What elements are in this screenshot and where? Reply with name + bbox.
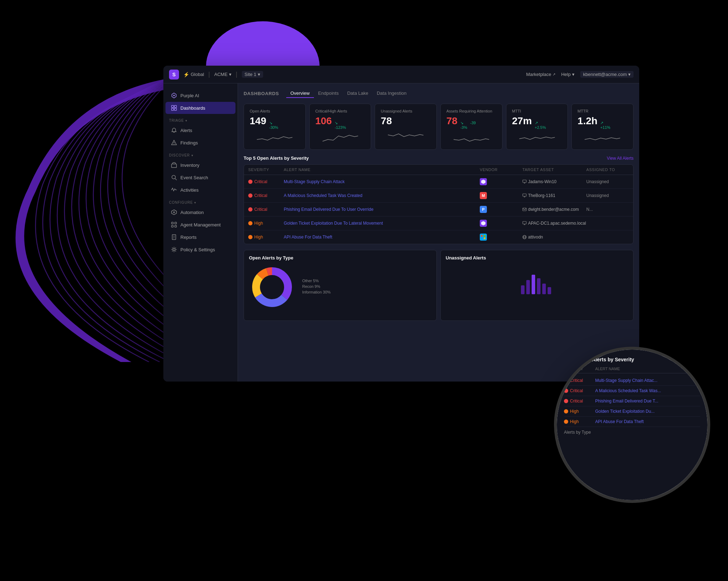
zoom-severity: High bbox=[564, 419, 592, 424]
automation-icon bbox=[171, 209, 177, 215]
dashboards-icon bbox=[171, 105, 177, 111]
donut-chart bbox=[249, 264, 295, 310]
svg-rect-4 bbox=[172, 108, 174, 110]
sidebar: Purple AI Dashboards TRIAGE ▾ bbox=[163, 83, 238, 382]
zoom-table-row: High API Abuse For Data Theft bbox=[564, 417, 700, 427]
top-nav: S ⚡ Global | ACME ▾ | Site 1 ▾ Marketpla… bbox=[163, 66, 639, 83]
severity-dot bbox=[248, 221, 252, 225]
nav-marketplace[interactable]: Marketplace ↗ bbox=[526, 72, 555, 77]
zoom-table-row: Critical Phishing Email Delivered Due T.… bbox=[564, 396, 700, 406]
assets-secondary: -39 bbox=[470, 121, 476, 125]
tab-data-lake[interactable]: Data Lake bbox=[343, 89, 373, 98]
findings-icon bbox=[171, 140, 177, 146]
dashboards-header: DASHBOARDS Overview Endpoints Data Lake … bbox=[244, 89, 634, 98]
unassigned-value: 78 bbox=[381, 115, 392, 127]
severity-dot bbox=[248, 193, 252, 198]
table-row: Critical Phishing Email Delivered Due To… bbox=[244, 203, 633, 216]
metric-cards: Open Alerts 149 ↘ -30% Critical/High Ale… bbox=[244, 104, 634, 150]
alert-name-link[interactable]: Golden Ticket Exploitation Due To Latera… bbox=[284, 221, 480, 226]
col-target-asset: Target Asset bbox=[522, 168, 586, 172]
assigned-to: N... bbox=[586, 207, 629, 212]
zoom-severity: Critical bbox=[564, 388, 592, 393]
nav-help[interactable]: Help ▾ bbox=[561, 72, 575, 77]
vendor-icon bbox=[480, 178, 487, 185]
alert-name-link[interactable]: API Abuse For Data Theft bbox=[284, 235, 480, 240]
view-all-alerts-link[interactable]: View All Alerts bbox=[607, 156, 634, 161]
sidebar-item-purple-ai[interactable]: Purple AI bbox=[165, 89, 235, 102]
critical-high-sparkline bbox=[315, 132, 365, 143]
sidebar-item-policy-settings[interactable]: Policy & Settings bbox=[165, 243, 235, 256]
col-assigned-to: Assigned To bbox=[586, 168, 629, 172]
col-vendor: Vendor bbox=[480, 168, 522, 172]
svg-rect-46 bbox=[532, 275, 535, 294]
alert-name-link[interactable]: Multi-Stage Supply Chain Attack bbox=[284, 179, 480, 184]
nav-site[interactable]: Site 1 ▾ bbox=[242, 71, 263, 78]
label-other: Other 5% bbox=[302, 279, 431, 283]
globe-icon bbox=[522, 235, 527, 239]
target-asset: TheBorg-1161 bbox=[522, 193, 586, 198]
svg-marker-31 bbox=[481, 221, 485, 225]
sidebar-item-event-search[interactable]: Event Search bbox=[165, 171, 235, 183]
severity-badge: Critical bbox=[248, 179, 284, 184]
vendor-cell bbox=[480, 220, 522, 227]
mtti-sparkline bbox=[512, 132, 562, 143]
chart-labels: Other 5% Recon 9% Information 30% bbox=[302, 279, 431, 296]
svg-rect-27 bbox=[523, 194, 526, 196]
sidebar-item-automation[interactable]: Automation bbox=[165, 206, 235, 218]
agent-management-icon bbox=[171, 222, 177, 228]
sidebar-item-findings[interactable]: Findings bbox=[165, 137, 235, 149]
zoom-alert-name[interactable]: A Malicious Scheduled Task Was... bbox=[595, 388, 700, 393]
mttr-label: MTTR bbox=[577, 109, 628, 113]
col-alert-name: Alert Name bbox=[284, 168, 480, 172]
sidebar-item-reports[interactable]: Reports bbox=[165, 231, 235, 243]
donut-chart-container: Other 5% Recon 9% Information 30% bbox=[249, 264, 431, 310]
sidebar-item-agent-management[interactable]: Agent Management bbox=[165, 219, 235, 231]
vendor-cell bbox=[480, 178, 522, 185]
tab-endpoints[interactable]: Endpoints bbox=[314, 89, 343, 98]
zoom-alert-name[interactable]: Golden Ticket Exploitation Du... bbox=[595, 409, 700, 414]
zoom-alert-name[interactable]: API Abuse For Data Theft bbox=[595, 419, 700, 424]
sidebar-item-activities[interactable]: Activities bbox=[165, 184, 235, 196]
svg-line-10 bbox=[175, 179, 176, 180]
alerts-table: Severity Alert Name Vendor Target Asset … bbox=[244, 164, 634, 244]
sidebar-item-inventory[interactable]: Inventory bbox=[165, 159, 235, 171]
mttr-value: 1.2h bbox=[577, 115, 597, 127]
nav-global[interactable]: ⚡ Global bbox=[183, 72, 204, 77]
zoom-circle: Top 5 Open Alerts by Severity Severity A… bbox=[554, 347, 710, 503]
zoom-severity: High bbox=[564, 409, 592, 414]
critical-high-value: 106 bbox=[315, 115, 332, 127]
alerts-section-title: Top 5 Open Alerts by Severity bbox=[244, 155, 309, 161]
vendor-icon bbox=[480, 220, 487, 227]
zoom-alert-name[interactable]: Multi-Stage Supply Chain Attac... bbox=[595, 378, 700, 383]
sidebar-item-dashboards[interactable]: Dashboards bbox=[165, 102, 235, 114]
vendor-cell: P bbox=[480, 206, 522, 213]
zoom-alert-name[interactable]: Phishing Email Delivered Due T... bbox=[595, 399, 700, 404]
alert-name-link[interactable]: Phishing Email Delivered Due To User Ove… bbox=[284, 207, 480, 212]
open-alerts-label: Open Alerts bbox=[250, 109, 300, 113]
alert-name-link[interactable]: A Malicious Scheduled Task Was Created bbox=[284, 193, 480, 198]
tab-overview[interactable]: Overview bbox=[286, 89, 314, 98]
svg-rect-5 bbox=[174, 108, 176, 110]
content-area: DASHBOARDS Overview Endpoints Data Lake … bbox=[238, 83, 639, 382]
zoom-bottom-label: Alerts by Type bbox=[564, 430, 700, 435]
zoom-severity-dot bbox=[564, 420, 568, 424]
nav-right: Marketplace ↗ Help ▾ kbennett@acme.com ▾ bbox=[526, 71, 634, 78]
assigned-to: Unassigned bbox=[586, 193, 629, 198]
policy-settings-icon bbox=[171, 247, 177, 252]
vendor-icon: P bbox=[480, 206, 487, 213]
zoom-severity-dot bbox=[564, 409, 568, 413]
computer-icon bbox=[522, 180, 527, 184]
vendor-icon bbox=[480, 234, 487, 241]
tab-data-ingestion[interactable]: Data Ingestion bbox=[373, 89, 411, 98]
unassigned-sparkline bbox=[381, 130, 431, 140]
severity-badge: High bbox=[248, 221, 284, 226]
sidebar-item-alerts[interactable]: Alerts bbox=[165, 124, 235, 136]
vendor-cell: M bbox=[480, 192, 522, 199]
svg-rect-17 bbox=[175, 225, 176, 227]
nav-user[interactable]: kbennett@acme.com ▾ bbox=[580, 71, 634, 78]
nav-acme[interactable]: ACME ▾ bbox=[214, 72, 232, 77]
reports-icon bbox=[171, 234, 177, 240]
bar-chart bbox=[519, 268, 555, 296]
unassigned-alerts-title: Unassigned Alerts bbox=[446, 255, 628, 261]
open-alerts-by-type-panel: Open Alerts by Type bbox=[244, 250, 437, 321]
